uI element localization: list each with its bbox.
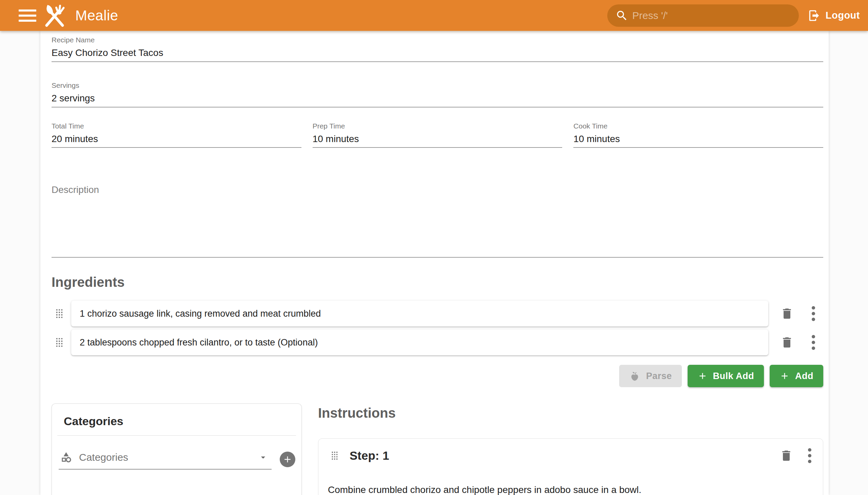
add-button[interactable]: Add (770, 365, 823, 387)
plus-icon (697, 371, 708, 381)
instruction-step-card: Step: 1 Combine crumbled chorizo and chi… (318, 438, 823, 495)
apple-icon (629, 370, 641, 382)
delete-ingredient-button[interactable] (775, 307, 800, 320)
step-title: Step: 1 (350, 449, 389, 462)
ingredient-menu-button[interactable] (804, 335, 823, 350)
kebab-icon (812, 335, 815, 350)
add-category-button[interactable] (280, 451, 295, 467)
plus-icon (780, 371, 790, 381)
add-label: Add (795, 371, 813, 381)
parse-button[interactable]: Parse (619, 365, 682, 387)
cook-time-label: Cook Time (573, 122, 823, 130)
recipe-name-input[interactable]: Easy Chorizo Street Tacos (52, 47, 823, 59)
bulk-add-button[interactable]: Bulk Add (687, 365, 764, 387)
drag-handle-icon[interactable] (48, 306, 71, 321)
prep-time-field[interactable]: Prep Time 10 minutes (312, 122, 562, 148)
total-time-label: Total Time (52, 122, 302, 130)
plus-icon (283, 454, 293, 464)
categories-card-title: Categories (52, 404, 302, 435)
categories-card: Categories Categories (52, 404, 302, 495)
categories-select[interactable]: Categories (59, 449, 272, 470)
recipe-name-field[interactable]: Recipe Name Easy Chorizo Street Tacos (52, 36, 823, 62)
chevron-down-icon (258, 452, 268, 462)
description-field[interactable]: Description (52, 185, 823, 258)
trash-icon (780, 336, 794, 349)
logout-button[interactable]: Logout (807, 9, 860, 22)
parse-label: Parse (646, 371, 672, 381)
ingredient-list: 1 chorizo sausage link, casing removed a… (52, 301, 823, 355)
drag-handle-icon[interactable] (328, 449, 341, 462)
total-time-field[interactable]: Total Time 20 minutes (52, 122, 302, 148)
divider (57, 435, 296, 436)
delete-step-button[interactable] (780, 449, 793, 462)
hamburger-menu-icon[interactable] (19, 6, 37, 25)
kebab-icon (808, 448, 811, 463)
servings-field[interactable]: Servings 2 servings (52, 81, 823, 107)
step-text-input[interactable]: Combine crumbled chorizo and chipotle pe… (328, 483, 811, 495)
servings-input[interactable]: 2 servings (52, 92, 823, 104)
search-input-container[interactable] (607, 4, 799, 27)
logout-icon (807, 9, 820, 22)
app-bar: Mealie Logout (0, 0, 868, 31)
shapes-icon (60, 451, 72, 463)
trash-icon (780, 449, 793, 462)
prep-time-label: Prep Time (312, 122, 562, 130)
cook-time-field[interactable]: Cook Time 10 minutes (573, 122, 823, 148)
ingredient-input[interactable]: 1 chorizo sausage link, casing removed a… (71, 301, 768, 326)
search-icon (615, 9, 628, 22)
categories-select-label: Categories (79, 451, 128, 463)
app-title: Mealie (75, 7, 118, 24)
trash-icon (780, 307, 794, 320)
prep-time-input[interactable]: 10 minutes (312, 133, 562, 145)
ingredient-actions: Parse Bulk Add Add (52, 365, 823, 387)
ingredient-row: 2 tablespoons chopped fresh cilantro, or… (52, 329, 823, 355)
total-time-input[interactable]: 20 minutes (52, 133, 302, 145)
drag-handle-icon[interactable] (48, 335, 71, 350)
step-menu-button[interactable] (808, 448, 811, 463)
time-fields-row: Total Time 20 minutes Prep Time 10 minut… (52, 122, 823, 148)
description-label: Description (52, 185, 823, 195)
logout-label: Logout (826, 10, 860, 21)
recipe-name-label: Recipe Name (52, 36, 823, 44)
cook-time-input[interactable]: 10 minutes (573, 133, 823, 145)
ingredient-menu-button[interactable] (804, 306, 823, 321)
ingredient-row: 1 chorizo sausage link, casing removed a… (52, 301, 823, 326)
search-input[interactable] (632, 10, 792, 21)
ingredient-input[interactable]: 2 tablespoons chopped fresh cilantro, or… (71, 329, 768, 355)
servings-label: Servings (52, 81, 823, 89)
kebab-icon (812, 306, 815, 321)
instructions-heading: Instructions (318, 406, 823, 421)
ingredients-heading: Ingredients (52, 275, 823, 290)
recipe-editor-card: Recipe Name Easy Chorizo Street Tacos Se… (40, 31, 829, 495)
mealie-logo-icon (42, 3, 67, 28)
delete-ingredient-button[interactable] (775, 336, 800, 349)
bulk-add-label: Bulk Add (713, 371, 754, 381)
instructions-section: Instructions Step: 1 Combine crumbled ch… (318, 404, 823, 495)
